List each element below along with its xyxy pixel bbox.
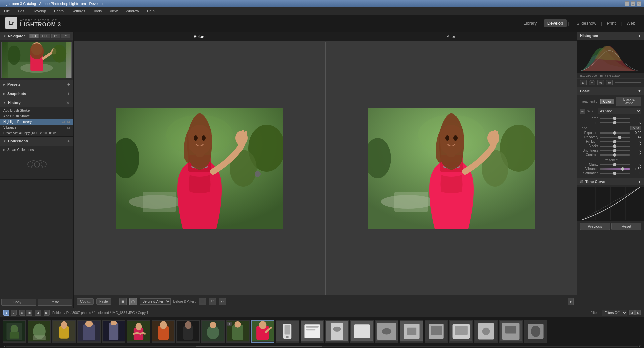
hist-tool-crop[interactable]: ⊡: [580, 80, 587, 85]
next-arrow-btn[interactable]: ▶: [44, 310, 50, 316]
presets-add-btn[interactable]: +: [67, 82, 70, 87]
tint-slider[interactable]: [600, 122, 630, 123]
contrast-slider[interactable]: [600, 154, 630, 156]
history-item-3[interactable]: Vibrance 82: [0, 125, 73, 130]
split-view-btn[interactable]: YY: [129, 298, 137, 305]
color-btn[interactable]: Color: [600, 99, 614, 104]
snapshots-add-btn[interactable]: +: [67, 91, 70, 96]
smart-collections-item[interactable]: ▶ Smart Collections: [0, 147, 73, 153]
auto-btn[interactable]: Auto: [630, 126, 641, 130]
wb-dropdown[interactable]: As Shot Auto Daylight Cloudy Shade Custo…: [598, 108, 641, 114]
page-num-2[interactable]: 2: [11, 310, 17, 316]
minimize-btn[interactable]: _: [625, 1, 629, 6]
toolbar-copy-btn[interactable]: Copy...: [77, 298, 94, 305]
before-photo-frame[interactable]: [116, 108, 283, 229]
history-item-2[interactable]: Highlight Recovery +4444: [0, 119, 73, 125]
filmstrip-thumb-16[interactable]: [375, 320, 398, 343]
filmstrip-thumb-6[interactable]: [127, 320, 150, 343]
menu-edit[interactable]: Edit: [17, 8, 26, 14]
filmstrip-thumb-20[interactable]: [474, 320, 498, 343]
filmstrip-thumb-8[interactable]: [176, 320, 200, 343]
history-item-0[interactable]: Add Brush Stroke: [0, 108, 73, 113]
hist-tool-spot[interactable]: ○: [589, 80, 595, 85]
brightness-slider[interactable]: [600, 150, 630, 151]
history-header[interactable]: ▼ History ✕: [0, 98, 73, 107]
navigator-thumbnail[interactable]: [1, 42, 72, 78]
menu-window[interactable]: Window: [124, 8, 140, 14]
filmstrip-thumb-12[interactable]: [276, 320, 299, 343]
filmstrip-thumb-9[interactable]: [201, 320, 225, 343]
filmstrip-thumb-5[interactable]: [102, 320, 125, 343]
topnav-library[interactable]: Library: [520, 19, 540, 27]
filmstrip-thumb-19[interactable]: [449, 320, 473, 343]
close-btn[interactable]: ✕: [637, 1, 641, 6]
menu-settings[interactable]: Settings: [70, 8, 87, 14]
filter-dropdown[interactable]: Filters Off Flagged Unflagged: [602, 310, 627, 316]
filmstrip-thumb-4[interactable]: [77, 320, 101, 343]
before-after-swap-btn[interactable]: ⇄: [219, 298, 226, 305]
filmstrip-thumb-14[interactable]: [325, 320, 349, 343]
filmstrip-thumb-11[interactable]: [251, 320, 274, 343]
expand-btn[interactable]: ▼: [568, 298, 574, 305]
single-view-btn[interactable]: ▣: [119, 298, 127, 305]
presets-header[interactable]: ▶ Presets +: [0, 80, 73, 89]
filmstrip-thumb-2[interactable]: [28, 320, 51, 343]
hist-slider[interactable]: [615, 82, 641, 83]
filmstrip-thumb-13[interactable]: [301, 320, 324, 343]
filllight-slider[interactable]: [600, 141, 630, 142]
after-label[interactable]: After: [325, 32, 577, 41]
recovery-slider[interactable]: [600, 137, 630, 138]
hist-tool-brush[interactable]: ▭: [606, 80, 613, 85]
history-item-1[interactable]: Add Brush Stroke: [0, 113, 73, 119]
blacks-slider[interactable]: [600, 146, 630, 147]
prev-arrow-btn[interactable]: ◀: [35, 310, 41, 316]
before-label[interactable]: Before: [74, 32, 325, 41]
scroll-thumb[interactable]: [196, 346, 322, 347]
filmstrip-thumb-18[interactable]: [425, 320, 448, 343]
zoom-fill[interactable]: FILL: [40, 34, 50, 38]
topnav-slideshow[interactable]: Slideshow: [573, 19, 600, 27]
vibrance-slider[interactable]: [600, 168, 630, 170]
exposure-slider[interactable]: [600, 132, 630, 134]
tone-curve-header[interactable]: Tone Curve ▼: [577, 178, 644, 185]
filmstrip-thumb-22[interactable]: [524, 320, 547, 343]
paste-button[interactable]: Paste: [38, 299, 72, 306]
filmstrip-thumb-17[interactable]: [400, 320, 423, 343]
menu-develop[interactable]: Develop: [31, 8, 47, 14]
filmstrip-thumb-3[interactable]: [52, 320, 76, 343]
menu-photo[interactable]: Photo: [53, 8, 65, 14]
menu-help[interactable]: Help: [146, 8, 156, 14]
toolbar-paste-btn[interactable]: Paste: [96, 298, 111, 305]
collections-header[interactable]: ▼ Collections +: [0, 137, 73, 146]
navigator-header[interactable]: ▼ Navigator FIT FILL 1:1 2:1: [0, 32, 73, 40]
zoom-1-1[interactable]: 1:1: [51, 34, 60, 38]
before-after-dropdown[interactable]: Before & After Before After: [140, 298, 171, 305]
after-photo-frame[interactable]: [368, 108, 535, 229]
filmstrip-thumb-15[interactable]: [350, 320, 374, 343]
scroll-right-arrow[interactable]: ▼: [638, 345, 641, 348]
previous-btn[interactable]: Previous: [580, 223, 610, 230]
filmstrip-thumb-10[interactable]: 2: [226, 320, 250, 343]
topnav-print[interactable]: Print: [603, 19, 619, 27]
wb-eyedropper[interactable]: ✏: [580, 109, 585, 114]
filter-prev-arrow[interactable]: ◀: [629, 310, 635, 315]
copy-button[interactable]: Copy...: [1, 299, 36, 306]
scroll-track[interactable]: [6, 346, 638, 347]
history-item-4[interactable]: Create Virtual Copy (13.10.2010 20:08:..…: [0, 130, 73, 136]
menu-tools[interactable]: Tools: [92, 8, 103, 14]
hist-tool-red-eye[interactable]: ◎: [597, 80, 604, 85]
filmstrip-thumb-1[interactable]: [3, 320, 26, 343]
zoom-fit[interactable]: FIT: [29, 34, 39, 38]
clarity-slider[interactable]: [600, 164, 630, 165]
snapshots-header[interactable]: ▶ Snapshots +: [0, 89, 73, 98]
filmstrip-thumb-21[interactable]: [499, 320, 523, 343]
maximize-btn[interactable]: □: [631, 1, 635, 6]
saturation-slider[interactable]: [600, 173, 630, 174]
page-num-1[interactable]: 1: [3, 310, 9, 316]
history-close-btn[interactable]: ✕: [66, 100, 70, 105]
tone-curve-canvas[interactable]: [577, 187, 644, 220]
scroll-left-arrow[interactable]: ▲: [3, 345, 6, 348]
bw-btn[interactable]: Black & White: [616, 97, 641, 106]
before-after-top-btn[interactable]: ⬚: [209, 298, 216, 305]
filter-next-arrow[interactable]: ▶: [635, 310, 641, 315]
